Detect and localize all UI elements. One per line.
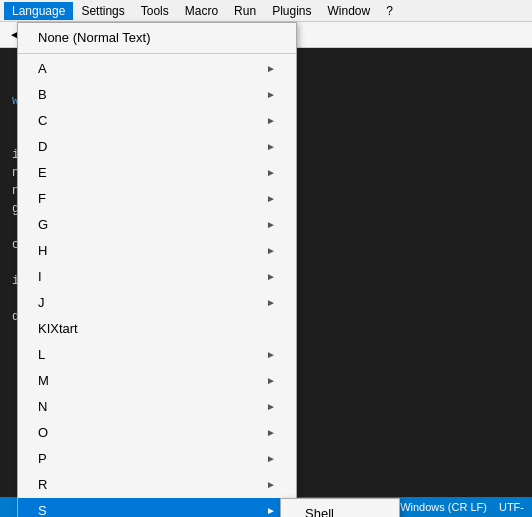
lang-shell[interactable]: Shell bbox=[281, 501, 399, 517]
language-dropdown: None (Normal Text) A ► B ► C ► D ► bbox=[17, 22, 297, 517]
arrow-icon: ► bbox=[266, 345, 276, 365]
lang-b[interactable]: B ► bbox=[18, 82, 296, 108]
lang-j[interactable]: J ► bbox=[18, 290, 296, 316]
menu-language[interactable]: Language bbox=[4, 2, 73, 20]
lang-i[interactable]: I ► bbox=[18, 264, 296, 290]
arrow-icon: ► bbox=[266, 215, 276, 235]
lang-a[interactable]: A ► bbox=[18, 56, 296, 82]
lang-kixtart[interactable]: KIXtart bbox=[18, 316, 296, 342]
arrow-icon: ► bbox=[266, 59, 276, 79]
arrow-icon: ► bbox=[266, 371, 276, 391]
lang-g[interactable]: G ► bbox=[18, 212, 296, 238]
arrow-icon: ► bbox=[266, 163, 276, 183]
language-menu: None (Normal Text) A ► B ► C ► D ► bbox=[17, 22, 297, 517]
arrow-icon: ► bbox=[266, 397, 276, 417]
lang-m[interactable]: M ► bbox=[18, 368, 296, 394]
arrow-icon: ► bbox=[266, 423, 276, 443]
menu-help[interactable]: ? bbox=[378, 2, 401, 20]
arrow-icon: ► bbox=[266, 137, 276, 157]
menu-run[interactable]: Run bbox=[226, 2, 264, 20]
lang-e[interactable]: E ► bbox=[18, 160, 296, 186]
arrow-icon: ► bbox=[266, 501, 276, 517]
menu-macro[interactable]: Macro bbox=[177, 2, 226, 20]
line-ending-label: Windows (CR LF) bbox=[400, 501, 487, 513]
menu-window[interactable]: Window bbox=[319, 2, 378, 20]
menu-tools[interactable]: Tools bbox=[133, 2, 177, 20]
lang-o[interactable]: O ► bbox=[18, 420, 296, 446]
menu-plugins[interactable]: Plugins bbox=[264, 2, 319, 20]
arrow-icon: ► bbox=[266, 241, 276, 261]
arrow-icon: ► bbox=[266, 293, 276, 313]
arrow-icon: ► bbox=[266, 267, 276, 287]
lang-c[interactable]: C ► bbox=[18, 108, 296, 134]
lang-n[interactable]: N ► bbox=[18, 394, 296, 420]
menu-separator bbox=[18, 53, 296, 54]
lang-p[interactable]: P ► bbox=[18, 446, 296, 472]
arrow-icon: ► bbox=[266, 449, 276, 469]
arrow-icon: ► bbox=[266, 475, 276, 495]
arrow-icon: ► bbox=[266, 111, 276, 131]
lang-none[interactable]: None (Normal Text) bbox=[18, 25, 296, 51]
encoding-label: UTF- bbox=[499, 501, 524, 513]
lang-h[interactable]: H ► bbox=[18, 238, 296, 264]
arrow-icon: ► bbox=[266, 189, 276, 209]
lang-f[interactable]: F ► bbox=[18, 186, 296, 212]
lang-s[interactable]: S ► Shell Scheme Smalltalk Spice bbox=[18, 498, 296, 517]
menu-bar: Language Settings Tools Macro Run Plugin… bbox=[0, 0, 532, 22]
arrow-icon: ► bbox=[266, 85, 276, 105]
lang-l[interactable]: L ► bbox=[18, 342, 296, 368]
lang-r[interactable]: R ► bbox=[18, 472, 296, 498]
s-submenu: Shell Scheme Smalltalk Spice bbox=[280, 498, 400, 517]
lang-d[interactable]: D ► bbox=[18, 134, 296, 160]
menu-settings[interactable]: Settings bbox=[73, 2, 132, 20]
